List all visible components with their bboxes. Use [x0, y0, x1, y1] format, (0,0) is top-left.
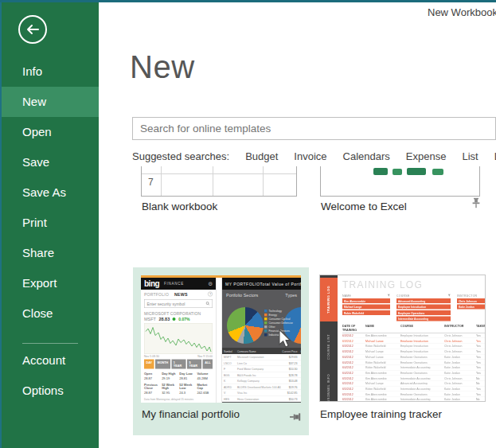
slicer-chip: Employee Introduction — [396, 305, 451, 310]
col-course: COURSE — [400, 325, 444, 332]
range-button[interactable]: 1 YEAR — [171, 360, 186, 369]
legend-item: Other — [264, 325, 293, 329]
training-table-row: 6/5/2012 Kim Abercrombie Employee Operat… — [342, 392, 486, 397]
sidebar-item-new[interactable]: New — [0, 87, 99, 117]
stat-label: Day Low — [179, 372, 195, 376]
axis-end: Nov 9 15:00 — [197, 355, 213, 358]
legend-item: Energy — [264, 314, 293, 317]
back-arrow-icon — [25, 24, 40, 35]
stat-label: Previous Close — [144, 383, 160, 390]
slicer-chip: Intermediate Accounting — [396, 317, 451, 321]
sidebar-item-export[interactable]: Export — [0, 268, 99, 298]
template-search-box — [132, 117, 496, 140]
sidebar-item-open[interactable]: Open — [0, 117, 99, 147]
portfolio-sectors-pie-chart — [227, 307, 264, 344]
back-button[interactable] — [18, 15, 47, 44]
workbook-tab-rail: TRAINING LOG COURSE LIST PERSONNEL INFO — [320, 275, 338, 402]
training-log-table: DATE OF TRAINING NAME COURSE INSTRUCTOR … — [342, 325, 486, 403]
training-table-header: DATE OF TRAINING NAME COURSE INSTRUCTOR … — [342, 325, 486, 333]
slicer-title: NAME — [342, 294, 351, 298]
slicer-chip: Michael Lange — [342, 305, 390, 310]
legend-item: Financial Services — [264, 329, 293, 333]
types-label: Types — [285, 293, 297, 298]
portfolio-news-tabs: PORTFOLIO NEWS ? — [141, 290, 216, 298]
thumbnail-art — [373, 168, 388, 175]
company-name: MICROSOFT CORPORATION — [144, 311, 213, 316]
sidebar-item-account[interactable]: Account — [0, 345, 99, 376]
stat-value: 242.65B — [197, 391, 213, 395]
stat-cell: Market Cap 242.65B — [197, 383, 213, 395]
training-table-row: 6/3/2012 Kim Abercrombie Employee Introd… — [342, 333, 486, 339]
template-tile-blank-workbook[interactable]: 7 — [141, 166, 297, 197]
stat-value: 28.87 — [144, 391, 160, 395]
bing-header-bar: bing FINANCE ⚙ — [141, 278, 216, 290]
stat-cell: 52 Week Low 24.3 — [179, 383, 195, 395]
legend-swatch — [264, 310, 268, 313]
template-tile-training-tracker[interactable]: TRAINING LOG COURSE LIST PERSONNEL INFO … — [319, 275, 486, 402]
sidebar-item-close[interactable]: Close — [0, 298, 99, 329]
suggested-search-link[interactable]: Expense — [406, 150, 447, 162]
sidebar-item-share[interactable]: Share — [0, 238, 99, 268]
stat-label: 52 Week High — [162, 383, 178, 390]
search-input[interactable] — [132, 117, 496, 140]
holdings-rows: MSFT Microsoft Corporation $29.83 LNCO L… — [222, 354, 301, 402]
suggested-search-link[interactable]: Calendars — [343, 150, 390, 162]
slicer-header: INSTRUCTOR — [457, 294, 486, 298]
stat-value: 24.3 — [179, 391, 195, 395]
stat-label: 52 Week Low — [179, 383, 195, 390]
col-date: DATE OF TRAINING — [342, 325, 365, 332]
ticker-symbol: MSFT — [144, 317, 156, 321]
template-tile-welcome-to-excel[interactable] — [320, 166, 480, 197]
security-search-placeholder: Enter security symbol — [147, 302, 206, 306]
pie-legend: Technology Energy Consumer Cyclical — [264, 310, 293, 337]
range-button[interactable]: MONTH — [155, 360, 170, 369]
legend-swatch — [264, 325, 268, 329]
sidebar-item-info[interactable]: Info — [0, 56, 99, 87]
suggested-search-link[interactable]: Budget — [245, 150, 278, 162]
col-company: Company Name — [236, 349, 281, 353]
holdings-row: K Kellogg Company $53.48 — [222, 378, 301, 384]
suggested-search-link[interactable]: List — [462, 150, 478, 162]
stat-value: 28.87 — [144, 376, 160, 380]
sidebar-item-save[interactable]: Save — [0, 147, 99, 177]
worksheet-gutter — [216, 278, 222, 403]
holdings-row: BGS B&G Foods Inc $28.78 — [222, 372, 301, 379]
stat-value: 28.81 — [179, 376, 195, 380]
thumbnail-art — [432, 169, 443, 175]
ticker-price: 28.83 — [158, 317, 170, 321]
training-table-row: 6/3/2012 Michael Lange Employee Introduc… — [342, 338, 486, 344]
course-slicer: COURSE Advanced AccountingEmployee Intro… — [396, 294, 451, 321]
range-button[interactable]: ALL — [203, 360, 213, 369]
financial-portfolio-thumbnail[interactable]: bing FINANCE ⚙ PORTFOLIO NEWS ? Enter se… — [141, 275, 301, 403]
stat-cell: Day High 29.19 — [162, 372, 178, 380]
range-button[interactable]: 5 YEAR — [187, 360, 201, 369]
training-table-row: 6/5/2012 Kim Abercrombie Intermediate Ac… — [342, 376, 486, 381]
holdings-row: LNCO Linn Co $37.23 — [222, 360, 301, 367]
col-taken: TAKEN — [476, 325, 486, 332]
template-label-financial-portfolio: My financial portfolio — [142, 408, 240, 420]
sidebar-item-print[interactable]: Print — [0, 208, 99, 238]
stat-value: 43.28M — [197, 376, 213, 380]
training-tracker-preview: TRAINING LOG COURSE LIST PERSONNEL INFO … — [320, 275, 486, 402]
training-table-rows: 6/3/2012 Kim Abercrombie Employee Introd… — [342, 333, 486, 403]
slicer-chips: Advanced AccountingEmployee Introduction… — [396, 298, 451, 321]
stat-cell: Previous Close 28.87 — [144, 383, 160, 395]
suggested-search-links: BudgetInvoiceCalendarsExpenseListLoanS — [245, 150, 496, 162]
suggested-search-link[interactable]: Invoice — [294, 150, 326, 162]
pin-icon-welcome-unpinned[interactable] — [471, 197, 481, 212]
sidebar-item-save-as[interactable]: Save As — [0, 177, 99, 208]
slicer-chip: Katie Jordan — [457, 305, 486, 310]
excel-backstage-new-page: New Workbook Info New Open Save Save As … — [0, 0, 496, 448]
sidebar-item-options[interactable]: Options — [0, 376, 99, 406]
grid-line — [161, 166, 162, 196]
holdings-table: Symbol Company Name Current Price Cha MS… — [222, 348, 301, 402]
my-portfolio-header: MY PORTFOLIO Total Value of Portfol — [222, 278, 301, 290]
legend-swatch — [264, 317, 268, 321]
grid-line — [142, 173, 296, 174]
search-icon — [206, 302, 210, 306]
sheet-tab-training-log: TRAINING LOG — [320, 278, 338, 321]
range-button[interactable]: DAY — [144, 360, 154, 369]
col-extra: Cha — [299, 349, 301, 353]
window-title: New Workbook — [428, 6, 496, 18]
pin-icon-portfolio-pinned[interactable] — [290, 411, 303, 425]
